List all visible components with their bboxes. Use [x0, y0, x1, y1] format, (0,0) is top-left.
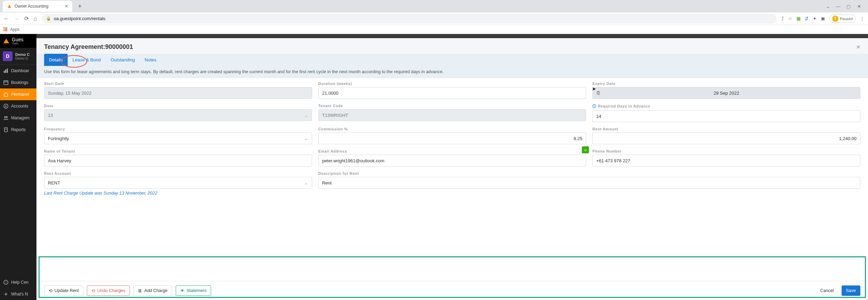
- browser-tab[interactable]: Owner Accounting ×: [3, 1, 72, 12]
- kebab-icon[interactable]: ⋮: [860, 16, 865, 21]
- brand-icon: [3, 37, 10, 44]
- svg-rect-2: [7, 69, 8, 73]
- sidebar-item-management[interactable]: Managem: [0, 112, 36, 124]
- sidebar-item-whatsnew[interactable]: What's N: [0, 288, 36, 300]
- rent-account-label: Rent Account: [44, 171, 312, 175]
- sparkle-icon: [3, 292, 8, 297]
- tenant-code-label: Tenant Code: [318, 104, 586, 108]
- rent-account-select[interactable]: RENT: [44, 177, 312, 189]
- close-window-icon[interactable]: ✕: [857, 4, 861, 9]
- tab-details[interactable]: Details: [44, 54, 68, 66]
- sidebar-item-accounts[interactable]: $ Accounts: [0, 100, 36, 112]
- dollar-icon: $: [3, 104, 8, 109]
- window-icon[interactable]: ▣: [821, 16, 825, 21]
- profile-chip[interactable]: T Paused: [829, 15, 856, 23]
- url-bar[interactable]: 🔒 oa.guestpoint.com/rentals: [42, 14, 777, 24]
- statement-button[interactable]: 👁Statement: [176, 285, 211, 296]
- sidebar-item-permanents[interactable]: Permaner: [0, 88, 36, 100]
- duration-input[interactable]: [318, 87, 586, 99]
- ext1-icon[interactable]: ▦: [796, 16, 801, 21]
- phone-input[interactable]: [592, 155, 860, 166]
- sidebar-item-label: Accounts: [11, 104, 28, 109]
- req-days-label: ⓘRequired Days in Advance: [592, 104, 860, 109]
- share-icon[interactable]: ⤴: [782, 16, 784, 21]
- forward-icon[interactable]: →: [14, 16, 19, 22]
- sidebar-logo[interactable]: Gues Own: [0, 34, 36, 48]
- email-input[interactable]: [318, 155, 586, 166]
- sidebar-item-label: Help Cen: [11, 280, 28, 285]
- undo-icon: ⟲: [91, 289, 95, 293]
- last-update-text: Last Rent Charge Update was Sunday 13 No…: [44, 189, 860, 197]
- field-email: Email Address: [318, 149, 586, 166]
- tab-lease-bond[interactable]: Lease & Bond: [68, 54, 106, 66]
- new-tab-button[interactable]: +: [75, 1, 85, 11]
- maximize-icon[interactable]: ▢: [846, 4, 851, 9]
- field-door: Door 13: [44, 104, 312, 122]
- rent-amount-label: Rent Amount: [592, 127, 860, 131]
- desc-input[interactable]: [318, 177, 860, 189]
- expiry-label: Expiry Date: [592, 82, 860, 86]
- tab-title: Owner Accounting: [15, 4, 48, 9]
- field-rent-account: Rent Account RENT: [44, 171, 312, 189]
- save-button[interactable]: Save: [842, 285, 861, 296]
- extensions-icon[interactable]: ✦: [813, 16, 817, 21]
- update-rent-button[interactable]: ⟲Update Rent: [44, 285, 83, 296]
- sidebar-item-reports[interactable]: Reports: [0, 124, 36, 136]
- commission-input[interactable]: [318, 132, 586, 144]
- sidebar-item-help[interactable]: ? Help Cen: [0, 276, 36, 288]
- window-controls: ⌄ ― ▢ ✕: [826, 4, 865, 9]
- sidebar-item-label: Managem: [11, 115, 30, 120]
- field-rent-amount: Rent Amount: [592, 127, 860, 144]
- calendar-icon: [3, 80, 8, 85]
- field-req-days: ⓘRequired Days in Advance: [592, 104, 860, 122]
- undo-charges-button[interactable]: ⟲Undo Charges: [87, 285, 130, 296]
- minimize-icon[interactable]: ―: [836, 4, 840, 9]
- sidebar-item-bookings[interactable]: Bookings: [0, 77, 36, 88]
- tab-outstanding[interactable]: Outstanding: [106, 54, 140, 66]
- req-days-input[interactable]: [592, 110, 860, 122]
- apps-grid-icon[interactable]: [3, 27, 7, 31]
- field-tenant-name: Name of Tenant: [44, 149, 312, 166]
- tab-favicon: [7, 4, 12, 9]
- field-expiry: Expiry Date 🗓 29 Sep 2022: [592, 82, 860, 99]
- help-icon: ?: [3, 280, 8, 285]
- sidebar-item-label: Bookings: [11, 80, 28, 85]
- phone-label: Phone Number: [592, 149, 860, 153]
- bookmarks-apps-label[interactable]: Apps: [10, 27, 19, 32]
- paused-label: Paused: [840, 17, 853, 21]
- home-icon[interactable]: ⌂: [34, 16, 37, 22]
- frequency-select[interactable]: Fortnightly: [44, 132, 312, 144]
- door-select[interactable]: 13: [44, 109, 312, 121]
- calendar-icon: 🗓: [596, 91, 601, 96]
- close-panel-icon[interactable]: ×: [856, 43, 860, 51]
- rent-amount-input[interactable]: [592, 132, 860, 144]
- lock-icon: 🔒: [46, 16, 51, 21]
- field-duration: Duration (weeks): [318, 82, 586, 99]
- star-icon[interactable]: ☆: [788, 16, 792, 21]
- svg-rect-1: [5, 70, 6, 73]
- start-date-input: Sunday, 15 May 2022: [44, 87, 312, 99]
- start-date-label: Start Date: [44, 82, 312, 86]
- back-icon[interactable]: ←: [3, 16, 9, 22]
- panel-tabs: Details Lease & Bond Outstanding Notes: [36, 54, 868, 66]
- tab-notes[interactable]: Notes: [140, 54, 161, 66]
- add-charge-button[interactable]: 🗎Add Charge: [133, 285, 172, 296]
- browser-chrome: Owner Accounting × + ⌄ ― ▢ ✕ ← → ⟳ ⌂ 🔒 o…: [0, 0, 868, 34]
- sidebar-item-dashboard[interactable]: Dashboar: [0, 65, 36, 77]
- duration-label: Duration (weeks): [318, 82, 586, 86]
- email-label: Email Address: [318, 149, 586, 153]
- ext2-icon[interactable]: ⇵: [805, 16, 809, 21]
- field-phone: Phone Number: [592, 149, 860, 166]
- tenant-name-label: Name of Tenant: [44, 149, 312, 153]
- tenant-name-input[interactable]: [44, 155, 312, 166]
- sidebar-profile[interactable]: D Demo C Demo U: [0, 48, 36, 65]
- desc-label: Description for Rent: [318, 171, 860, 175]
- cancel-button[interactable]: Cancel: [816, 285, 838, 296]
- field-start-date: Start Date Sunday, 15 May 2022: [44, 82, 312, 99]
- window-down-icon[interactable]: ⌄: [826, 4, 830, 9]
- reload-icon[interactable]: ⟳: [24, 15, 29, 22]
- expiry-input[interactable]: 🗓 29 Sep 2022: [592, 87, 860, 99]
- close-icon[interactable]: ×: [65, 3, 68, 9]
- profile-org: Demo U: [15, 57, 30, 60]
- sidebar-item-label: Reports: [11, 127, 26, 132]
